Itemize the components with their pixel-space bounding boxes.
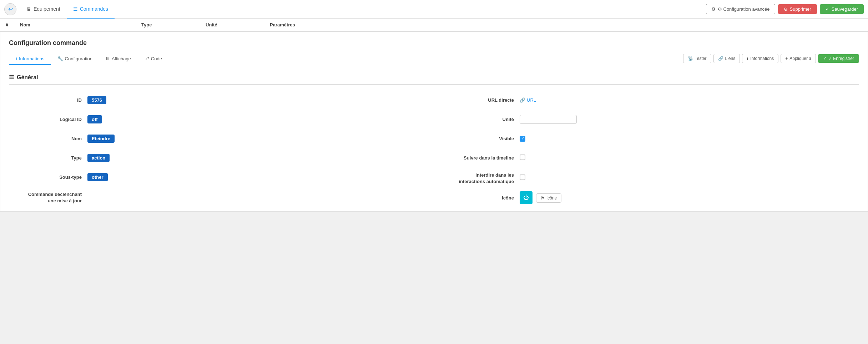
tab-affichage[interactable]: 🖥 Affichage xyxy=(99,53,137,65)
nom-badge: Eteindre xyxy=(87,135,115,143)
field-commande-declenchante: Commande déclenchantune mise à jour xyxy=(9,190,427,204)
id-badge: 5576 xyxy=(87,96,106,104)
monitor-icon: 🖥 xyxy=(105,56,110,61)
flag-icon: ⚑ xyxy=(541,196,545,201)
field-sous-type-value: other xyxy=(87,173,427,181)
panel-tabs: ℹ Informations 🔧 Configuration 🖥 Afficha… xyxy=(9,53,859,65)
wrench-icon: 🔧 xyxy=(57,56,63,61)
field-type: Type action xyxy=(9,151,427,164)
form-grid: ID 5576 Logical ID off Nom Eteindre Type xyxy=(9,93,859,204)
unite-input[interactable] xyxy=(520,115,577,124)
field-interdire-value xyxy=(520,174,859,181)
field-url-value: 🔗 URL xyxy=(520,97,859,103)
col-hash: # xyxy=(6,22,20,27)
field-unite-label: Unité xyxy=(441,117,520,122)
field-visible: Visible ✓ xyxy=(441,132,859,145)
col-unite: Unité xyxy=(206,22,270,27)
field-visible-value: ✓ xyxy=(520,135,859,142)
signal-icon: 📡 xyxy=(688,56,693,61)
top-navigation: ↩ 🖥 Equipement ☰ Commandes ⚙ ⚙ Configura… xyxy=(0,0,868,19)
field-type-value: action xyxy=(87,154,427,162)
field-type-label: Type xyxy=(9,155,87,161)
equipement-icon: 🖥 xyxy=(26,6,31,12)
col-type: Type xyxy=(141,22,206,27)
tester-button[interactable]: 📡 Tester xyxy=(683,54,711,63)
visible-checkbox[interactable]: ✓ xyxy=(520,136,525,142)
informations-button[interactable]: ℹ Informations xyxy=(742,54,778,63)
field-nom-value: Eteindre xyxy=(87,135,427,143)
field-interdire-label: Interdire dans lesinteractions automatiq… xyxy=(441,171,520,185)
field-sous-type-label: Sous-type xyxy=(9,174,87,180)
sous-type-badge: other xyxy=(87,173,108,181)
tab-actions: 📡 Tester 🔗 Liens ℹ Informations + Appliq… xyxy=(683,54,859,65)
code-icon: ⎇ xyxy=(144,56,149,61)
timeline-checkbox[interactable] xyxy=(520,155,525,160)
list-icon: ☰ xyxy=(9,74,14,81)
field-id-value: 5576 xyxy=(87,96,427,104)
field-url-label: URL directe xyxy=(441,97,520,103)
appliquer-a-button[interactable]: + Appliquer à xyxy=(781,54,816,63)
check-icon: ✓ xyxy=(826,6,829,12)
field-unite-value xyxy=(520,115,859,124)
field-icone: Icône ⏻ ⚑ Icône xyxy=(441,191,859,204)
config-panel-title: Configuration commande xyxy=(9,39,859,47)
gear-icon: ⚙ xyxy=(711,6,716,12)
config-panel: Configuration commande ℹ Informations 🔧 … xyxy=(0,32,868,212)
minus-circle-icon: ⊖ xyxy=(784,6,788,12)
supprimer-button[interactable]: ⊖ Supprimer xyxy=(778,4,817,14)
config-avancee-button[interactable]: ⚙ ⚙ Configuration avancée xyxy=(706,4,775,14)
external-link-icon: 🔗 xyxy=(520,97,525,103)
liens-button[interactable]: 🔗 Liens xyxy=(713,54,740,63)
form-left-column: ID 5576 Logical ID off Nom Eteindre Type xyxy=(9,93,427,204)
power-icon-button[interactable]: ⏻ xyxy=(520,191,533,204)
link-icon: 🔗 xyxy=(718,56,723,61)
tab-equipement[interactable]: 🖥 Equipement xyxy=(20,0,67,19)
field-id-label: ID xyxy=(9,97,87,103)
field-timeline: Suivre dans la timeline xyxy=(441,151,859,164)
field-unite: Unité xyxy=(441,113,859,126)
field-sous-type: Sous-type other xyxy=(9,171,427,183)
form-right-column: URL directe 🔗 URL Unité Visible xyxy=(441,93,859,204)
tab-code[interactable]: ⎇ Code xyxy=(137,53,168,65)
url-link[interactable]: 🔗 URL xyxy=(520,97,859,103)
logical-id-badge: off xyxy=(87,115,102,123)
plus-icon: + xyxy=(785,56,788,61)
interdire-checkbox[interactable] xyxy=(520,174,525,180)
field-logical-id: Logical ID off xyxy=(9,113,427,126)
icone-picker-button[interactable]: ⚑ Icône xyxy=(536,193,561,203)
field-icone-value: ⏻ ⚑ Icône xyxy=(520,191,859,204)
tab-commandes[interactable]: ☰ Commandes xyxy=(67,0,115,19)
type-badge: action xyxy=(87,154,110,162)
enregistrer-button[interactable]: ✓ ✓ Enregistrer xyxy=(818,54,859,63)
field-icone-label: Icône xyxy=(441,195,520,201)
commandes-icon: ☰ xyxy=(73,6,78,12)
field-logical-id-label: Logical ID xyxy=(9,117,87,122)
check-sm-icon: ✓ xyxy=(823,56,827,61)
field-id: ID 5576 xyxy=(9,93,427,106)
sauvegarder-button[interactable]: ✓ Sauvegarder xyxy=(820,4,864,14)
top-nav-actions: ⚙ ⚙ Configuration avancée ⊖ Supprimer ✓ … xyxy=(706,4,864,14)
col-nom: Nom xyxy=(20,22,141,27)
table-header: # Nom Type Unité Paramètres xyxy=(0,19,868,32)
field-nom: Nom Eteindre xyxy=(9,132,427,145)
field-interdire: Interdire dans lesinteractions automatiq… xyxy=(441,171,859,185)
field-commande-label: Commande déclenchantune mise à jour xyxy=(9,190,87,204)
field-timeline-value xyxy=(520,155,859,161)
field-logical-id-value: off xyxy=(87,115,427,123)
field-url-directe: URL directe 🔗 URL xyxy=(441,93,859,106)
section-general-header: ☰ Général xyxy=(9,74,859,85)
field-visible-label: Visible xyxy=(441,136,520,141)
info-icon: ℹ xyxy=(15,56,17,61)
field-nom-label: Nom xyxy=(9,136,87,141)
tab-informations[interactable]: ℹ Informations xyxy=(9,53,51,65)
tab-configuration[interactable]: 🔧 Configuration xyxy=(51,53,99,65)
col-parametres: Paramètres xyxy=(270,22,862,27)
field-timeline-label: Suivre dans la timeline xyxy=(441,155,520,161)
back-button[interactable]: ↩ xyxy=(4,3,16,15)
check-mark: ✓ xyxy=(521,136,524,141)
info-sm-icon: ℹ xyxy=(747,56,748,61)
